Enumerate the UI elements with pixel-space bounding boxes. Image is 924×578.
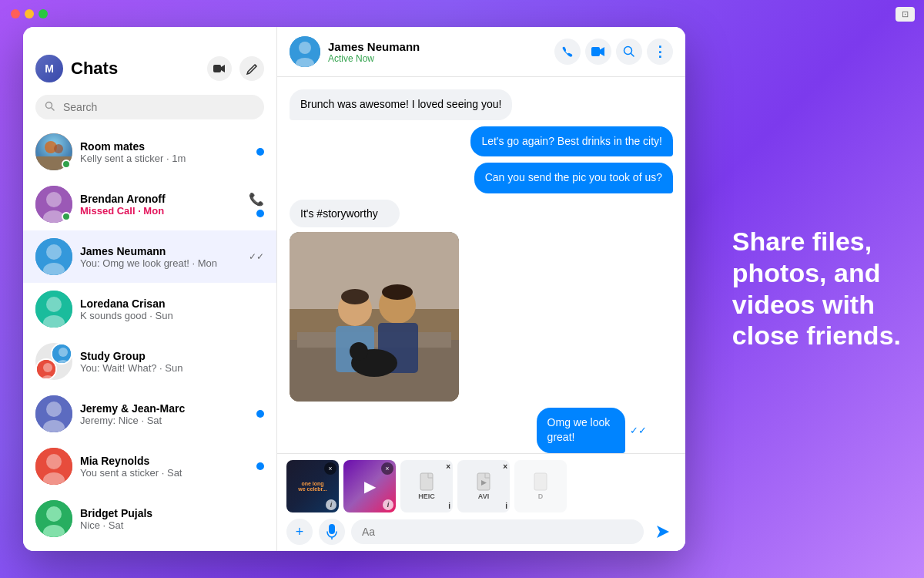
svg-point-34 [299, 42, 311, 54]
add-attachment-button[interactable]: + [286, 519, 313, 545]
phone-icon: 📞 [249, 192, 264, 207]
svg-point-5 [54, 144, 63, 153]
video-icon [213, 64, 226, 73]
avatar-wrap [35, 500, 72, 537]
marketing-line1: Share files, [732, 227, 872, 256]
traffic-lights [11, 9, 48, 18]
svg-point-49 [382, 284, 413, 300]
attachment-info[interactable]: i [326, 499, 336, 510]
chat-name: Study Group [80, 350, 256, 362]
svg-point-25 [46, 454, 62, 469]
attachment-sticker[interactable]: one longwe celebr... × i [286, 460, 339, 512]
file-icon [419, 472, 434, 491]
marketing-line2: photos, and [732, 258, 881, 287]
list-item[interactable]: James Neumann You: Omg we look great! · … [23, 230, 276, 283]
message-image [290, 232, 459, 402]
sidebar: M Chats [23, 27, 277, 551]
chat-preview: You sent a sticker · Sat [80, 467, 249, 479]
unread-indicator [256, 462, 264, 470]
maximize-button[interactable] [38, 9, 48, 18]
sidebar-title: Chats [71, 59, 118, 79]
svg-rect-54 [329, 524, 335, 534]
close-button[interactable] [11, 9, 20, 18]
svg-point-48 [341, 289, 369, 304]
chat-preview-missed: Missed Call · Mon [80, 205, 241, 217]
chat-info: Mia Reynolds You sent a sticker · Sat [80, 455, 249, 479]
avatar-wrap [35, 291, 72, 328]
avatar [35, 291, 72, 328]
chat-name: Brendan Aronoff [80, 193, 241, 205]
chat-preview: You: Omg we look great! · Mon [80, 257, 241, 269]
list-item[interactable]: Loredana Crisan K sounds good · Sun [23, 283, 276, 335]
voice-message-button[interactable] [319, 519, 345, 545]
send-icon [655, 524, 671, 539]
list-item[interactable]: Mia Reynolds You sent a sticker · Sat [23, 440, 276, 492]
avatar [35, 395, 72, 432]
chat-list: Room mates Kelly sent a sticker · 1m [23, 126, 276, 551]
contact-status: Active Now [328, 53, 547, 64]
chat-main: James Neumann Active Now [277, 27, 685, 551]
input-area: one longwe celebr... × i ▶ × i × i [277, 453, 685, 551]
chat-preview: Nice · Sat [80, 519, 256, 531]
file-icon [533, 472, 548, 491]
video-call-button[interactable] [207, 56, 232, 81]
list-item[interactable]: Bridget Pujals Nice · Sat [23, 492, 276, 545]
list-item[interactable]: Jeremy & Jean-Marc Jeremy: Nice · Sat [23, 388, 276, 440]
search-input[interactable] [35, 95, 264, 119]
mic-icon [326, 524, 337, 539]
marketing-text: Share files, photos, and videos with clo… [732, 226, 901, 351]
svg-point-28 [46, 506, 62, 522]
attachment-file-avi[interactable]: × i AVI [457, 460, 510, 512]
search-chat-button[interactable] [616, 39, 642, 65]
svg-point-16 [43, 363, 52, 372]
attachment-info[interactable]: i [505, 502, 507, 510]
list-item[interactable]: Study Group You: Wait! What? · Sun [23, 335, 276, 388]
chat-info: Jeremy & Jean-Marc Jeremy: Nice · Sat [80, 402, 249, 426]
phone-call-button[interactable] [554, 39, 581, 65]
online-indicator [62, 212, 71, 221]
remove-attachment-button[interactable]: × [503, 462, 507, 471]
remove-attachment-button[interactable]: × [381, 462, 393, 475]
chat-header: James Neumann Active Now [277, 27, 685, 77]
chat-meta: 📞 [249, 192, 264, 217]
check-icon: ✓✓ [249, 251, 264, 262]
search-icon [623, 45, 635, 58]
list-item[interactable]: Brendan Aronoff Missed Call · Mon 📞 [23, 178, 276, 230]
svg-point-10 [46, 244, 62, 260]
message-bubble: Can you send the pic you took of us? [474, 163, 673, 193]
remove-attachment-button[interactable]: × [446, 462, 450, 471]
list-item[interactable]: Room mates Kelly sent a sticker · 1m [23, 126, 276, 178]
minimize-button[interactable] [25, 9, 34, 18]
message-input[interactable] [351, 519, 644, 544]
online-indicator [62, 160, 71, 169]
chat-info: Brendan Aronoff Missed Call · Mon [80, 193, 241, 217]
sidebar-header: M Chats [23, 27, 276, 89]
video-call-button[interactable] [585, 39, 611, 65]
send-button[interactable] [650, 519, 676, 545]
window-control-button[interactable]: ⊡ [896, 7, 915, 22]
chat-preview: K sounds good · Sun [80, 310, 256, 321]
search-box [35, 95, 264, 119]
chat-info: James Neumann You: Omg we look great! · … [80, 245, 241, 269]
chat-meta: ✓✓ [249, 251, 264, 262]
chat-name: Mia Reynolds [80, 455, 249, 467]
message-content: It's #storyworthy [290, 200, 459, 402]
chat-info: Room mates Kelly sent a sticker · 1m [80, 140, 249, 164]
attachment-video[interactable]: ▶ × i [343, 460, 396, 512]
remove-attachment-button[interactable]: × [324, 462, 336, 475]
attachment-file-heic[interactable]: × i HEIC [400, 460, 453, 512]
attachment-info[interactable]: i [383, 499, 393, 510]
message-row: It's #storyworthy [290, 200, 673, 402]
chat-name: James Neumann [80, 245, 241, 257]
list-item[interactable]: Karan & Brian Karan: Wanna get food? · S… [23, 545, 276, 551]
couple-photo [290, 232, 459, 402]
contact-avatar-image [290, 36, 320, 67]
contact-name: James Neumann [328, 40, 547, 53]
more-icon: ⋮ [653, 45, 667, 59]
more-options-button[interactable]: ⋮ [647, 39, 673, 65]
phone-icon [561, 45, 574, 58]
attachment-file-d[interactable]: D [514, 460, 567, 512]
new-message-button[interactable] [239, 56, 264, 81]
message-bubble: Let's go again? Best drinks in the city! [470, 126, 673, 157]
attachment-info[interactable]: i [448, 502, 450, 510]
